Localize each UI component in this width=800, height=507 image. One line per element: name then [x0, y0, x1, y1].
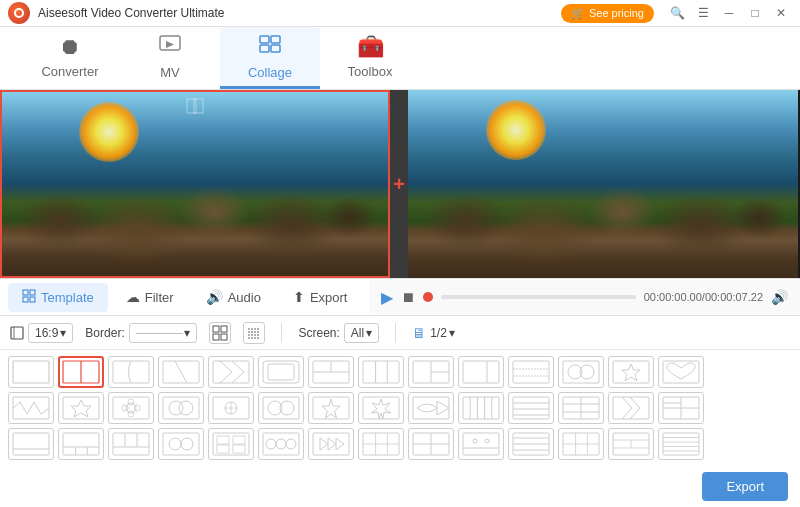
template-2rings[interactable]	[258, 392, 304, 424]
add-icon: +	[393, 173, 405, 196]
search-button[interactable]: 🔍	[666, 2, 688, 24]
maximize-button[interactable]: □	[744, 2, 766, 24]
export-area: Export	[0, 466, 800, 507]
template-5vertical[interactable]	[458, 392, 504, 424]
svg-rect-29	[268, 364, 294, 380]
template-bottom-strip[interactable]	[8, 428, 54, 460]
right-video-panel[interactable]	[408, 90, 798, 278]
converter-icon: ⏺	[59, 34, 81, 60]
template-rounded[interactable]	[258, 356, 304, 388]
tab-converter[interactable]: ⏺ Converter	[20, 27, 120, 89]
pattern-button-1[interactable]	[209, 322, 231, 344]
template-heart[interactable]	[658, 356, 704, 388]
template-3circles[interactable]	[258, 428, 304, 460]
svg-rect-24	[113, 361, 149, 383]
template-arrow-left[interactable]	[208, 356, 254, 388]
svg-rect-105	[217, 436, 229, 444]
toolbar-sep-2	[395, 323, 396, 343]
subtab-audio[interactable]: 🔊 Audio	[192, 283, 275, 311]
volume-icon[interactable]: 🔊	[771, 289, 788, 305]
svg-point-111	[276, 439, 286, 449]
template-complex-star[interactable]	[358, 392, 404, 424]
template-fish[interactable]	[408, 392, 454, 424]
template-4rows[interactable]	[508, 392, 554, 424]
subtab-template[interactable]: Template	[8, 283, 108, 312]
svg-rect-73	[463, 397, 499, 419]
toolbox-icon: 🧰	[357, 34, 384, 60]
template-2circles[interactable]	[558, 356, 604, 388]
svg-rect-5	[187, 99, 196, 113]
tab-mv[interactable]: MV	[120, 27, 220, 89]
template-2circles-row[interactable]	[158, 428, 204, 460]
template-2circles-overlap[interactable]	[158, 392, 204, 424]
svg-rect-107	[217, 445, 229, 453]
template-play-arrows[interactable]	[308, 428, 354, 460]
pattern-button-2[interactable]	[243, 322, 265, 344]
template-5rows[interactable]	[658, 428, 704, 460]
svg-rect-59	[163, 397, 199, 419]
video-area: +	[0, 90, 800, 278]
template-single[interactable]	[8, 356, 54, 388]
template-multi-strips[interactable]	[508, 428, 554, 460]
mv-icon	[158, 33, 182, 61]
aspect-ratio-dropdown[interactable]: 16:9 ▾	[28, 323, 73, 343]
svg-rect-14	[221, 326, 227, 332]
export-button[interactable]: Export	[702, 472, 788, 501]
menu-button[interactable]: ☰	[692, 2, 714, 24]
template-2col-grid[interactable]	[558, 392, 604, 424]
template-diagonal-1[interactable]	[158, 356, 204, 388]
play-button[interactable]: ▶	[381, 288, 393, 307]
template-2x2-small[interactable]	[208, 428, 254, 460]
template-icon	[22, 289, 36, 306]
toolbar-row: 16:9 ▾ Border: ────── ▾	[0, 316, 800, 350]
subtab-export[interactable]: ⬆ Export	[279, 283, 362, 311]
template-4split[interactable]	[408, 428, 454, 460]
subtab-filter[interactable]: ☁ Filter	[112, 283, 188, 311]
svg-rect-140	[663, 433, 699, 455]
svg-point-57	[122, 405, 128, 411]
stop-button[interactable]: ⏹	[401, 289, 415, 305]
template-2top-1bottom[interactable]	[308, 356, 354, 388]
border-dropdown[interactable]: ────── ▾	[129, 323, 198, 343]
svg-rect-21	[13, 361, 49, 383]
svg-rect-124	[463, 433, 499, 455]
close-button[interactable]: ✕	[770, 2, 792, 24]
template-3equal[interactable]	[358, 356, 404, 388]
split-dropdown[interactable]: 1/2 ▾	[430, 326, 455, 340]
svg-rect-1	[260, 36, 269, 43]
left-video-panel[interactable]	[0, 90, 390, 278]
template-2split-selected[interactable]	[58, 356, 104, 388]
template-3row-mix[interactable]	[608, 428, 654, 460]
template-dots[interactable]	[458, 428, 504, 460]
template-star-2[interactable]	[58, 392, 104, 424]
pricing-button[interactable]: 🛒 See pricing	[561, 4, 654, 23]
svg-marker-52	[71, 400, 91, 417]
template-curved-1[interactable]	[108, 356, 154, 388]
tab-collage[interactable]: Collage	[220, 27, 320, 89]
template-complex-grid[interactable]	[658, 392, 704, 424]
svg-rect-86	[613, 397, 649, 419]
audio-icon: 🔊	[206, 289, 223, 305]
bottom-panel: Template ☁ Filter 🔊 Audio ⬆ Export ▶ ⏹	[0, 278, 800, 507]
svg-point-102	[169, 438, 181, 450]
template-star-3[interactable]	[308, 392, 354, 424]
template-arrows[interactable]	[608, 392, 654, 424]
screen-dropdown[interactable]: All ▾	[344, 323, 379, 343]
template-3rows-dashed[interactable]	[508, 356, 554, 388]
svg-point-112	[286, 439, 296, 449]
template-star[interactable]	[608, 356, 654, 388]
progress-bar[interactable]	[441, 295, 635, 299]
template-wide-left[interactable]	[458, 356, 504, 388]
template-2x3[interactable]	[558, 428, 604, 460]
template-complex-1[interactable]	[208, 392, 254, 424]
template-3top-1bottom[interactable]	[108, 428, 154, 460]
template-1left-2right[interactable]	[408, 356, 454, 388]
svg-marker-70	[322, 399, 340, 418]
svg-rect-108	[233, 445, 245, 453]
template-3row-tbl[interactable]	[358, 428, 404, 460]
template-3col-bottom[interactable]	[58, 428, 104, 460]
tab-toolbox[interactable]: 🧰 Toolbox	[320, 27, 420, 89]
minimize-button[interactable]: ─	[718, 2, 740, 24]
template-jagged-2[interactable]	[8, 392, 54, 424]
template-flower[interactable]	[108, 392, 154, 424]
